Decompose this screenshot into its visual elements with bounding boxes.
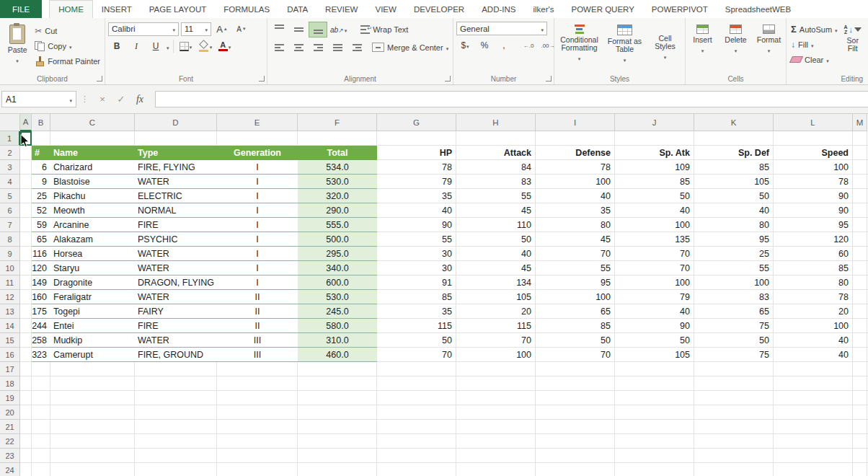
column-header-H[interactable]: H (456, 114, 536, 131)
cell-stat[interactable]: 90 (774, 203, 853, 218)
cell-stat[interactable]: 40 (536, 189, 615, 203)
cell-total[interactable]: 340.0 (298, 261, 377, 276)
column-header-C[interactable]: C (50, 114, 135, 131)
cell-stat[interactable]: 135 (615, 232, 694, 247)
cell-stat[interactable]: 85 (536, 319, 615, 333)
cell-generation[interactable]: I (217, 203, 298, 218)
cell-name[interactable]: Feraligatr (50, 290, 135, 304)
cell-stat[interactable]: 115 (456, 319, 536, 333)
cell-generation[interactable]: I (217, 261, 298, 276)
cell-stat[interactable]: 40 (377, 203, 456, 218)
cell-stat[interactable]: 85 (694, 160, 774, 175)
cell-number[interactable]: 244 (32, 319, 47, 333)
cell-generation[interactable]: I (217, 232, 298, 247)
stat-header-hp[interactable]: HP (377, 146, 456, 160)
row-header-5[interactable]: 5 (0, 189, 20, 203)
insert-cells-button[interactable]: Insert (688, 20, 717, 74)
cell-stat[interactable]: 80 (536, 218, 615, 232)
row-header-12[interactable]: 12 (0, 290, 20, 304)
cell-number[interactable]: 6 (32, 160, 47, 175)
cell-stat[interactable]: 40 (615, 304, 694, 319)
cell-name[interactable]: Alakazam (50, 232, 135, 247)
font-color-button[interactable]: A (216, 39, 234, 53)
cell-number[interactable]: 25 (32, 189, 47, 203)
increase-decimal-button[interactable]: ←.0 (520, 38, 537, 53)
cell-name[interactable]: Dragonite (50, 276, 135, 290)
cell-stat[interactable]: 50 (536, 333, 615, 348)
table-header-type[interactable]: Type (135, 146, 217, 160)
cell-type[interactable]: FAIRY (135, 304, 217, 319)
cell-stat[interactable]: 100 (694, 276, 774, 290)
cell-type[interactable]: WATER (135, 333, 217, 348)
cell-stat[interactable]: 100 (774, 319, 853, 333)
cell-stat[interactable]: 78 (774, 175, 853, 189)
row-header-11[interactable]: 11 (0, 276, 20, 290)
cell-stat[interactable]: 79 (377, 175, 456, 189)
cell-stat[interactable]: 50 (694, 189, 774, 203)
wrap-text-button[interactable]: Wrap Text (358, 22, 410, 37)
cell-stat[interactable]: 70 (377, 348, 456, 362)
cell-stat[interactable]: 40 (774, 348, 853, 362)
row-header-6[interactable]: 6 (0, 203, 20, 218)
row-header-24[interactable]: 24 (0, 463, 20, 476)
tab-home[interactable]: HOME (49, 0, 93, 18)
column-header-J[interactable]: J (615, 114, 694, 131)
cell-number[interactable]: 116 (32, 247, 47, 261)
column-header-E[interactable]: E (217, 114, 298, 131)
cell-stat[interactable]: 45 (456, 261, 536, 276)
cell-stat[interactable]: 80 (774, 276, 853, 290)
spreadsheet-grid[interactable]: ABCDEFGHIJKLM123456789101112131415161718… (0, 114, 868, 476)
cell-stat[interactable]: 100 (774, 160, 853, 175)
stat-header-attack[interactable]: Attack (456, 146, 536, 160)
cell-stat[interactable]: 25 (694, 247, 774, 261)
cell-stat[interactable]: 100 (536, 175, 615, 189)
cell-stat[interactable]: 55 (694, 261, 774, 276)
cell-type[interactable]: ELECTRIC (135, 189, 217, 203)
cell-generation[interactable]: I (217, 247, 298, 261)
cell-stat[interactable]: 30 (377, 247, 456, 261)
cell-stat[interactable]: 40 (456, 247, 536, 261)
column-header-K[interactable]: K (694, 114, 774, 131)
alignment-dialog-launcher[interactable] (445, 76, 451, 81)
font-size-select[interactable]: 11 (181, 22, 211, 36)
cell-type[interactable]: WATER (135, 247, 217, 261)
cell-name[interactable]: Togepi (50, 304, 135, 319)
cell-stat[interactable]: 105 (456, 290, 536, 304)
row-header-13[interactable]: 13 (0, 304, 20, 319)
cell-total[interactable]: 530.0 (298, 175, 377, 189)
column-header-M[interactable]: M (853, 114, 867, 131)
cell-stat[interactable]: 35 (377, 304, 456, 319)
cell-total[interactable]: 500.0 (298, 232, 377, 247)
tab-review[interactable]: REVIEW (316, 0, 366, 18)
cell-stat[interactable]: 85 (774, 261, 853, 276)
cell-name[interactable]: Blastoise (50, 175, 135, 189)
row-header-15[interactable]: 15 (0, 333, 20, 348)
cell-stat[interactable]: 79 (615, 290, 694, 304)
row-header-10[interactable]: 10 (0, 261, 20, 276)
cell-stat[interactable]: 55 (377, 232, 456, 247)
merge-center-button[interactable]: Merge & Center (370, 40, 451, 55)
comma-style-button[interactable]: , (495, 38, 513, 53)
bottom-align-button[interactable] (309, 22, 327, 37)
cell-type[interactable]: PSYCHIC (135, 232, 217, 247)
row-header-16[interactable]: 16 (0, 348, 20, 362)
cell-stat[interactable]: 110 (456, 218, 536, 232)
font-dialog-launcher[interactable] (259, 76, 265, 81)
insert-function-button[interactable]: fx (130, 94, 149, 105)
cell-number[interactable]: 160 (32, 290, 47, 304)
cell-generation[interactable]: III (217, 348, 298, 362)
decrease-indent-button[interactable] (329, 40, 346, 55)
select-all-corner[interactable] (0, 114, 20, 131)
number-dialog-launcher[interactable] (546, 76, 552, 81)
cut-button[interactable]: Cut (32, 23, 102, 38)
row-header-8[interactable]: 8 (0, 232, 20, 247)
cell-stat[interactable]: 45 (536, 232, 615, 247)
cell-stat[interactable]: 35 (377, 189, 456, 203)
tab-page-layout[interactable]: PAGE LAYOUT (141, 0, 215, 18)
cell-stat[interactable]: 78 (536, 160, 615, 175)
cell-total[interactable]: 530.0 (298, 290, 377, 304)
tab-powerpivot[interactable]: POWERPIVOT (643, 0, 717, 18)
borders-button[interactable] (177, 39, 195, 53)
cell-stat[interactable]: 120 (774, 232, 853, 247)
cell-type[interactable]: FIRE, GROUND (135, 348, 217, 362)
